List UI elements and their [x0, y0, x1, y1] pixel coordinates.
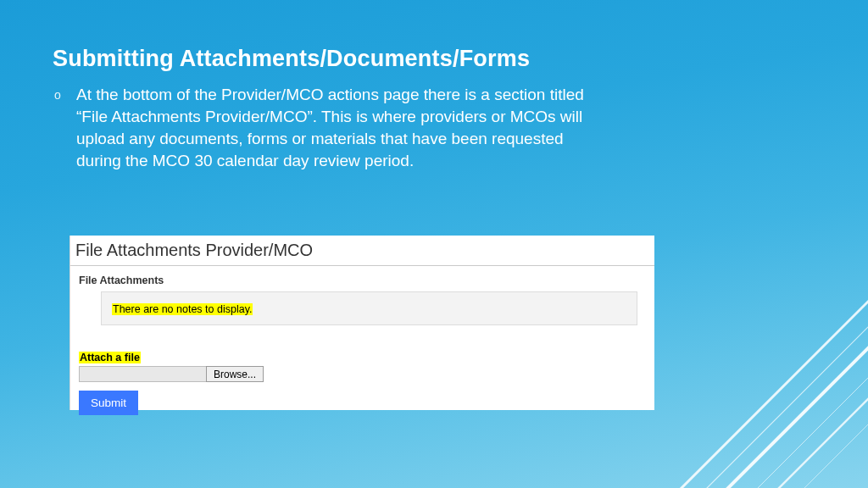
empty-message: There are no notes to display.: [112, 303, 253, 315]
file-path-field[interactable]: [79, 366, 206, 382]
bullet-marker: o: [53, 84, 64, 106]
panel-body: File Attachments There are no notes to d…: [70, 266, 654, 422]
browse-button[interactable]: Browse...: [206, 366, 264, 382]
file-attachments-panel: File Attachments Provider/MCO File Attac…: [70, 236, 654, 410]
slide: Submitting Attachments/Documents/Forms o…: [0, 0, 868, 488]
panel-title: File Attachments Provider/MCO: [70, 236, 654, 266]
submit-button[interactable]: Submit: [79, 391, 138, 415]
section-label: File Attachments: [79, 274, 646, 286]
attach-row: Attach a file Browse... Submit: [79, 349, 646, 415]
slide-title: Submitting Attachments/Documents/Forms: [53, 46, 815, 72]
file-input-row: Browse...: [79, 366, 646, 382]
bullet-text: At the bottom of the Provider/MCO action…: [76, 84, 595, 172]
notes-box: There are no notes to display.: [101, 291, 637, 325]
attach-label: Attach a file: [79, 352, 141, 363]
bullet-item: o At the bottom of the Provider/MCO acti…: [53, 84, 595, 172]
